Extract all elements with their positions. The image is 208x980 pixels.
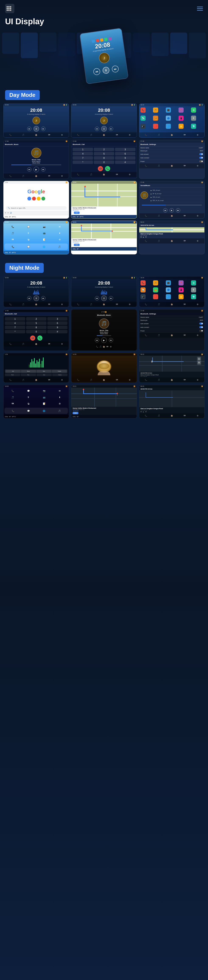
phone-icon[interactable]: 📞 bbox=[9, 378, 12, 382]
prev-button[interactable]: ⏮ bbox=[27, 127, 32, 131]
prev-button[interactable]: ⏮ bbox=[27, 296, 32, 300]
ios-app-store[interactable]: ⬇ bbox=[57, 231, 62, 235]
map-icon[interactable]: 🗺 bbox=[183, 303, 186, 306]
call-button[interactable]: 📞 bbox=[37, 336, 43, 340]
turn-down[interactable]: ▼ bbox=[198, 361, 200, 364]
settings-icon[interactable]: ⚙ bbox=[60, 303, 64, 306]
app-icon-bt[interactable]: ⬛ bbox=[166, 280, 171, 285]
play-button[interactable]: ▶ bbox=[101, 337, 107, 343]
dock-messages[interactable]: 💬 bbox=[26, 244, 31, 249]
menu-button[interactable] bbox=[5, 4, 14, 13]
map-icon[interactable]: 🗺 bbox=[183, 133, 186, 137]
home-icon[interactable]: 🏠 bbox=[170, 303, 173, 306]
app-icon-11[interactable]: 💎 bbox=[191, 124, 196, 129]
dock-safari[interactable]: 🌐 bbox=[42, 409, 46, 413]
social-item-4[interactable]: ▶ 李天_25_32_e.mp3 bbox=[150, 199, 203, 202]
play-button[interactable]: ⏸ bbox=[33, 296, 39, 301]
map-icon[interactable]: 🗺 bbox=[47, 303, 51, 306]
key-8[interactable]: 8 bbox=[94, 156, 114, 160]
settings-icon[interactable]: ⚙ bbox=[128, 303, 131, 306]
ios-app-mail[interactable]: ✉ bbox=[57, 224, 62, 229]
settings-icon[interactable]: ⚙ bbox=[196, 414, 199, 417]
nav-icon[interactable] bbox=[197, 6, 203, 11]
play-button[interactable]: ⏸ bbox=[101, 126, 107, 132]
key-4[interactable]: 4 bbox=[72, 152, 93, 155]
key-9[interactable]: 9 bbox=[47, 326, 68, 329]
settings-icon[interactable]: ⚙ bbox=[128, 133, 131, 137]
app-icon-phone[interactable]: 📞 bbox=[140, 108, 146, 113]
key-3[interactable]: 3 bbox=[47, 317, 68, 321]
next-button[interactable]: ⏭ bbox=[176, 208, 180, 212]
prev-button[interactable]: ⏮ bbox=[95, 338, 99, 342]
btn-2[interactable]: Bass bbox=[21, 370, 36, 372]
home-icon[interactable]: 🏠 bbox=[170, 378, 173, 382]
phone-icon[interactable]: 📞 bbox=[144, 214, 148, 218]
ios-app-mail[interactable]: ✉ bbox=[57, 388, 62, 393]
ios-app-music[interactable]: 🎵 bbox=[10, 395, 15, 399]
app-icon-music[interactable]: 🎵 bbox=[153, 108, 158, 113]
map-icon[interactable]: 🗺 bbox=[115, 378, 119, 382]
app-icon-settings[interactable]: ⚙ bbox=[191, 280, 196, 285]
key-5[interactable]: 5 bbox=[26, 321, 46, 325]
phone-icon[interactable]: 📞 bbox=[144, 133, 148, 137]
home-icon[interactable]: 🏠 bbox=[170, 133, 173, 137]
app-icon-6[interactable]: 🎙 bbox=[191, 116, 196, 121]
home-icon[interactable]: 🏠 bbox=[102, 378, 106, 382]
app-icon-settings[interactable]: ⚙ bbox=[191, 108, 196, 113]
key-1[interactable]: 1 bbox=[5, 317, 25, 321]
home-icon[interactable]: 🏠 bbox=[35, 378, 38, 382]
social-item-1[interactable]: ▶ 华乐_19.mp4 bbox=[150, 189, 203, 192]
key-7[interactable]: 7 bbox=[72, 156, 93, 160]
music-icon[interactable]: 🎵 bbox=[22, 303, 25, 306]
ios-app-weather[interactable]: 🌤 bbox=[26, 237, 31, 242]
home-icon[interactable]: 🏠 bbox=[102, 133, 106, 137]
settings-icon[interactable]: ⚙ bbox=[196, 133, 199, 137]
turn-up[interactable]: ▲ bbox=[198, 357, 200, 360]
key-9[interactable]: 9 bbox=[115, 156, 136, 160]
phone-icon[interactable]: 📞 bbox=[77, 303, 80, 306]
map-icon[interactable]: 🗺 bbox=[183, 414, 186, 417]
ios-app-settings[interactable]: ⚙ bbox=[57, 237, 62, 242]
auto-answer-toggle[interactable] bbox=[199, 153, 203, 155]
app-icon-9[interactable]: 🔷 bbox=[166, 124, 171, 129]
ios-app-podcast[interactable]: 🎙 bbox=[26, 231, 31, 235]
ios-app-phone[interactable]: 📞 bbox=[10, 224, 15, 229]
music-icon[interactable]: 🎵 bbox=[89, 173, 93, 176]
key-0[interactable]: 0 bbox=[26, 330, 46, 333]
phone-icon[interactable]: 📞 bbox=[9, 174, 12, 178]
app-icon-3[interactable]: 📻 bbox=[153, 287, 158, 293]
home-icon[interactable]: 🏠 bbox=[102, 173, 106, 176]
dock-messages[interactable]: 💬 bbox=[26, 409, 31, 413]
music-icon[interactable]: 🎵 bbox=[157, 334, 161, 337]
end-call-button[interactable]: 📵 bbox=[30, 336, 35, 340]
key-5[interactable]: 5 bbox=[94, 152, 114, 155]
home-icon[interactable]: 🏠 bbox=[35, 133, 38, 137]
app-icon-7[interactable]: 📲 bbox=[140, 294, 146, 299]
dock-phone[interactable]: 📞 bbox=[11, 409, 15, 413]
dock-phone[interactable]: 📞 bbox=[11, 244, 15, 249]
key-star[interactable]: * bbox=[5, 330, 25, 333]
key-3[interactable]: 3 bbox=[115, 148, 136, 151]
map-icon[interactable]: 🗺 bbox=[183, 239, 186, 243]
settings-icon[interactable]: ⚙ bbox=[196, 164, 199, 167]
music-icon[interactable]: 🎵 bbox=[22, 342, 25, 346]
ios-app-store[interactable]: ⬇ bbox=[57, 395, 62, 399]
phone-icon[interactable]: 📞 bbox=[144, 378, 148, 382]
btn-3[interactable]: Mid bbox=[36, 370, 52, 372]
ios-app-facetime[interactable]: 📷 bbox=[42, 224, 46, 229]
app-icon-bt[interactable]: ⬛ bbox=[166, 108, 171, 113]
end-call-button[interactable]: 📵 bbox=[98, 166, 103, 171]
play-button[interactable]: ▶ bbox=[33, 167, 39, 172]
music-icon[interactable]: 🎵 bbox=[157, 414, 161, 417]
hero-prev-button[interactable]: ⏮ bbox=[93, 68, 101, 75]
prev-button[interactable]: ⏮ bbox=[95, 296, 99, 300]
ios-app-notes[interactable]: 📝 bbox=[42, 401, 46, 406]
ios-app-maps[interactable]: 🗺 bbox=[10, 401, 15, 406]
phone-icon[interactable]: 📞 bbox=[144, 334, 148, 337]
app-icon-10[interactable]: ⭐ bbox=[178, 124, 184, 129]
key-6[interactable]: 6 bbox=[47, 321, 68, 325]
prev-button[interactable]: ⏮ bbox=[27, 167, 32, 172]
home-icon[interactable]: 🏠 bbox=[170, 164, 173, 167]
app-icon-8[interactable]: 🔴 bbox=[153, 124, 158, 129]
key-hash[interactable]: # bbox=[115, 161, 136, 164]
